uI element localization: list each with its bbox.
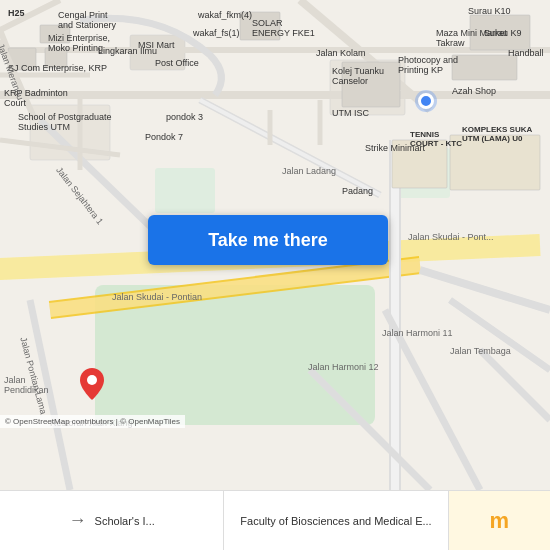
- moovit-logo-container[interactable]: m: [449, 491, 550, 550]
- svg-rect-15: [452, 55, 517, 80]
- arrow-icon: →: [69, 510, 87, 531]
- current-location-dot: [418, 93, 434, 109]
- destination-pin: [80, 368, 104, 400]
- svg-rect-12: [392, 140, 447, 188]
- svg-rect-14: [470, 15, 530, 50]
- bottom-bar: → Scholar's I... Faculty of Biosciences …: [0, 490, 550, 550]
- destination-label: Faculty of Biosciences and Medical E...: [240, 515, 431, 527]
- take-me-there-button[interactable]: Take me there: [148, 215, 388, 265]
- svg-rect-2: [155, 168, 215, 213]
- moovit-logo: m: [490, 508, 510, 534]
- map-attribution: © OpenStreetMap contributors | © OpenMap…: [0, 415, 185, 428]
- svg-rect-10: [240, 12, 280, 40]
- svg-rect-7: [40, 25, 70, 43]
- moovit-m-letter: m: [490, 508, 510, 534]
- svg-rect-13: [450, 135, 540, 190]
- map-container: H25 Cengal Printand Stationery Mizi Ente…: [0, 0, 550, 490]
- svg-rect-11: [342, 62, 400, 107]
- origin-item[interactable]: → Scholar's I...: [0, 491, 224, 550]
- destination-item[interactable]: Faculty of Biosciences and Medical E...: [224, 491, 448, 550]
- origin-label: Scholar's I...: [95, 515, 155, 527]
- svg-rect-8: [45, 48, 67, 68]
- svg-point-16: [87, 375, 97, 385]
